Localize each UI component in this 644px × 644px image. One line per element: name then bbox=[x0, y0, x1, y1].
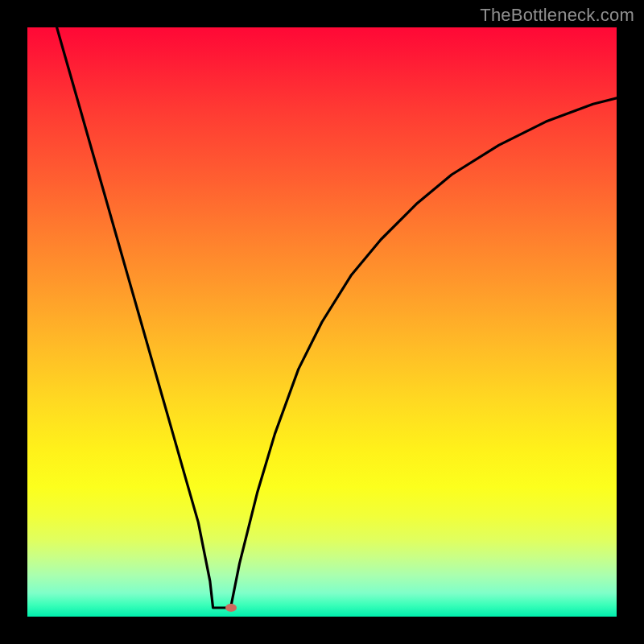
plot-area bbox=[27, 27, 617, 617]
chart-frame: TheBottleneck.com bbox=[0, 0, 644, 644]
watermark-label: TheBottleneck.com bbox=[480, 5, 634, 26]
bottleneck-curve bbox=[27, 27, 617, 617]
minimum-marker-icon bbox=[225, 604, 237, 612]
